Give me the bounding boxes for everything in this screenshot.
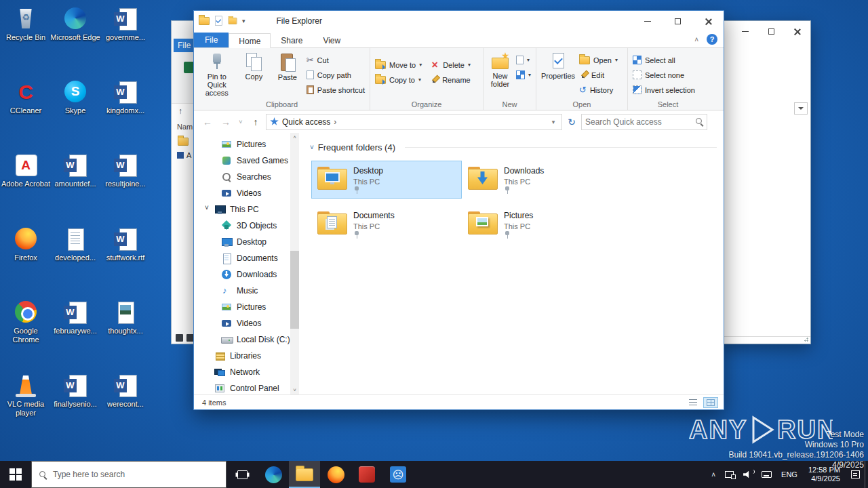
paste-button[interactable]: Paste	[271, 50, 304, 83]
task-view-button[interactable]	[226, 461, 258, 488]
recent-locations-dropdown[interactable]: ˅	[236, 119, 245, 125]
sidebar-item-control-panel[interactable]: Control Panel	[194, 380, 299, 396]
new-folder-button[interactable]: New folder	[486, 50, 514, 90]
maximize-button[interactable]	[758, 22, 784, 41]
sidebar-item-saved-games[interactable]: Saved Games	[194, 152, 299, 169]
copy-path-button[interactable]: Copy path	[304, 68, 367, 81]
folder-tile-documents[interactable]: DocumentsThis PC	[311, 205, 462, 243]
scroll-up-icon[interactable]: ˄	[293, 134, 296, 140]
minimize-button[interactable]	[632, 11, 663, 31]
back-button[interactable]: ←	[199, 114, 216, 130]
desktop-icon-thoughtx-image[interactable]: thoughtx...	[100, 300, 151, 336]
paste-shortcut-button[interactable]: Paste shortcut	[304, 83, 367, 96]
sidebar-item-libraries[interactable]: Libraries	[194, 348, 299, 364]
search-box[interactable]	[581, 114, 707, 130]
open-button[interactable]: Open▾	[577, 54, 620, 66]
touch-keyboard-button[interactable]	[757, 461, 776, 488]
show-desktop-button[interactable]	[865, 461, 868, 488]
desktop-icon-google-chrome[interactable]: Google Chrome	[1, 300, 51, 344]
desktop-icon-governme-doc[interactable]: governme...	[100, 7, 151, 42]
invert-selection-button[interactable]: Invert selection	[631, 83, 697, 96]
tab-view[interactable]: View	[313, 33, 351, 47]
scrollbar-thumb[interactable]	[290, 251, 299, 329]
action-center-button[interactable]	[846, 461, 865, 488]
thumbnails-view-button[interactable]	[703, 397, 718, 408]
desktop-icon-developed-doc[interactable]: developed...	[50, 227, 100, 262]
folder-tile-desktop[interactable]: DesktopThis PC	[311, 161, 462, 199]
sidebar-item-pictures-pc[interactable]: Pictures	[194, 299, 299, 315]
tab-file[interactable]: File	[194, 33, 229, 47]
collapse-section-icon[interactable]: ˅	[310, 144, 314, 151]
taskbar-sad-face-app-button[interactable]: ☹	[382, 461, 414, 488]
close-button[interactable]	[693, 11, 724, 31]
help-button[interactable]: ?	[707, 34, 717, 45]
rename-button[interactable]: Rename	[428, 73, 473, 86]
sidebar-item-downloads[interactable]: Downloads	[194, 266, 299, 283]
desktop-icon-firefox[interactable]: Firefox	[1, 227, 51, 262]
frequent-folders-header[interactable]: ˅ Frequent folders (4)	[310, 142, 717, 152]
tab-home[interactable]: Home	[229, 33, 271, 48]
history-button[interactable]: ↺History	[577, 83, 620, 96]
tab-share[interactable]: Share	[271, 33, 313, 47]
address-bar[interactable]: Quick access › ▾	[266, 114, 562, 130]
sidebar-item-videos-pc[interactable]: Videos	[194, 315, 299, 331]
breadcrumb-chevron-icon[interactable]: ›	[334, 117, 336, 127]
volume-button[interactable]	[738, 461, 757, 488]
desktop-icon-ccleaner[interactable]: CCleaner	[1, 80, 51, 115]
background-name-column-header[interactable]: Nam	[177, 123, 193, 131]
select-all-button[interactable]: Select all	[631, 54, 697, 66]
sidebar-item-pictures[interactable]: Pictures	[194, 136, 299, 152]
sidebar-item-music[interactable]: Music	[194, 283, 299, 299]
language-button[interactable]: ENG	[776, 461, 802, 488]
edit-button[interactable]: Edit	[577, 68, 620, 81]
properties-button[interactable]: Properties	[539, 50, 577, 82]
close-button[interactable]	[784, 22, 810, 41]
copy-to-button[interactable]: Copy to▾	[373, 73, 424, 86]
taskbar-firefox-button[interactable]	[320, 461, 351, 488]
new-item-button[interactable]: ▾	[514, 54, 533, 66]
desktop-icon-kingdomx-doc[interactable]: kingdomx...	[100, 80, 151, 115]
desktop-icon-skype[interactable]: Skype	[50, 80, 100, 115]
desktop-icon-amountdef-doc[interactable]: amountdef...	[50, 153, 100, 188]
desktop-icon-werecont-doc[interactable]: werecont...	[100, 373, 151, 409]
taskbar-file-explorer-button[interactable]	[289, 461, 320, 488]
desktop-icon-microsoft-edge[interactable]: Microsoft Edge	[50, 7, 100, 42]
sidebar-item-desktop[interactable]: Desktop	[194, 234, 299, 250]
desktop-icon-februarywe-doc[interactable]: februarywe...	[50, 300, 100, 336]
sidebar-scrollbar[interactable]: ˄ ˅	[290, 133, 299, 394]
forward-button[interactable]: →	[218, 114, 234, 130]
background-dropdown[interactable]	[794, 102, 808, 115]
breadcrumb-quick-access[interactable]: Quick access	[282, 117, 330, 127]
resize-grip[interactable]	[804, 337, 809, 342]
background-up-icon[interactable]: ↑	[178, 106, 182, 116]
sidebar-item-documents[interactable]: Documents	[194, 250, 299, 266]
qat-customize-dropdown[interactable]: ▾	[242, 18, 245, 24]
up-button[interactable]: ↑	[248, 114, 264, 130]
desktop-icon-finallysenio-doc[interactable]: finallysenio...	[50, 373, 100, 409]
desktop-icon-adobe-acrobat[interactable]: Adobe Acrobat	[1, 153, 51, 188]
address-dropdown[interactable]: ▾	[547, 119, 559, 125]
desktop-icon-recycle-bin[interactable]: Recycle Bin	[1, 7, 51, 42]
search-input[interactable]	[585, 117, 693, 127]
minimize-button[interactable]	[732, 22, 758, 41]
expand-chevron-icon[interactable]: ˅	[205, 204, 209, 211]
desktop-icon-resultjoine-doc[interactable]: resultjoine...	[100, 153, 151, 188]
easy-access-button[interactable]: ▾	[514, 68, 533, 81]
background-file-tab[interactable]: File	[174, 39, 194, 52]
folder-tile-pictures[interactable]: PicturesThis PC	[462, 205, 612, 243]
cut-button[interactable]: ✂Cut	[304, 54, 367, 66]
select-none-button[interactable]: Select none	[631, 68, 697, 81]
folder-tile-downloads[interactable]: DownloadsThis PC	[462, 161, 612, 199]
desktop-icon-vlc[interactable]: VLC media player	[1, 373, 51, 418]
delete-button[interactable]: ×Delete▾	[428, 58, 473, 71]
sidebar-item-searches[interactable]: Searches	[194, 169, 299, 185]
network-button[interactable]	[720, 461, 738, 488]
qat-new-folder-icon[interactable]	[229, 18, 237, 24]
sidebar-item-local-disk-c[interactable]: Local Disk (C:)	[194, 331, 299, 348]
desktop-icon-stuffwork-rtf[interactable]: stuffwork.rtf	[100, 227, 151, 262]
sidebar-item-3d-objects[interactable]: 3D Objects	[194, 218, 299, 234]
move-to-button[interactable]: Move to▾	[373, 58, 424, 71]
qat-properties-icon[interactable]	[214, 16, 222, 26]
details-view-button[interactable]	[686, 397, 701, 408]
copy-button[interactable]: Copy	[237, 50, 271, 83]
